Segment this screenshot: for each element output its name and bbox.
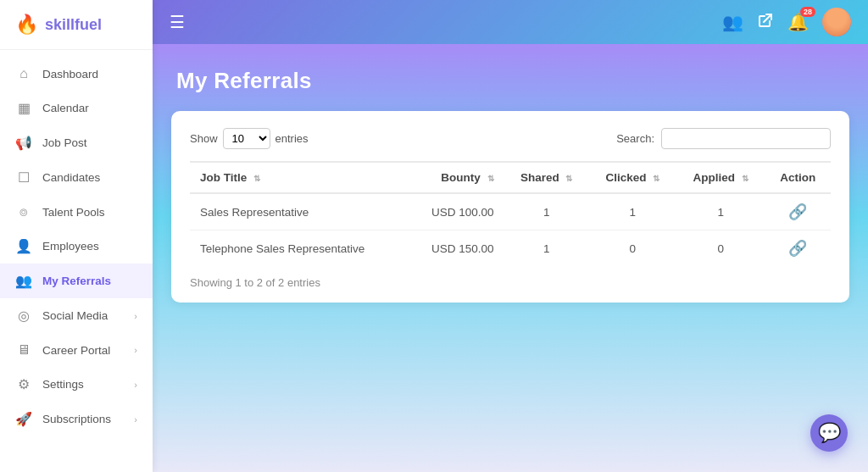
cell-clicked: 1 <box>589 193 676 230</box>
sidebar-item-label: Subscriptions <box>42 413 111 425</box>
sort-icon-job-title[interactable]: ⇅ <box>253 174 260 183</box>
table-header: Job Title ⇅ Bounty ⇅ Shared ⇅ Clicked <box>190 162 831 193</box>
entries-label: entries <box>275 132 309 145</box>
col-action: Action <box>765 162 831 193</box>
cell-job-title: Telephone Sales Representative <box>190 230 407 267</box>
notifications-icon[interactable]: 🔔 28 <box>787 12 809 32</box>
header: ☰ 👥 🔔 28 <box>153 0 868 44</box>
cell-clicked: 0 <box>589 230 676 267</box>
table-row: Telephone Sales RepresentativeUSD 150.00… <box>190 230 831 267</box>
col-clicked: Clicked ⇅ <box>589 162 676 193</box>
cell-shared: 1 <box>504 230 589 267</box>
chevron-icon: › <box>134 345 137 355</box>
chat-fab[interactable]: 💬 <box>810 414 848 452</box>
cell-action: 🔗 <box>765 230 831 267</box>
sidebar-item-my-referrals[interactable]: 👥My Referrals <box>0 264 153 298</box>
header-icons: 👥 🔔 28 <box>722 8 851 36</box>
employees-icon: 👤 <box>15 238 32 254</box>
sidebar-item-label: Employees <box>42 240 99 253</box>
cell-applied: 0 <box>676 230 765 267</box>
cell-applied: 1 <box>676 193 765 230</box>
cell-job-title: Sales Representative <box>190 193 407 230</box>
subscriptions-icon: 🚀 <box>15 411 32 427</box>
search-box: Search: <box>616 128 831 149</box>
sidebar-item-label: Calendar <box>42 102 89 114</box>
avatar[interactable] <box>822 8 851 36</box>
users-icon[interactable]: 👥 <box>722 12 743 32</box>
table-header-row: Job Title ⇅ Bounty ⇅ Shared ⇅ Clicked <box>190 162 831 193</box>
table-controls: Show 10 25 50 100 entries Search: <box>190 128 831 149</box>
sidebar-nav: ⌂Dashboard▦Calendar📢Job Post☐Candidates⌾… <box>0 50 153 472</box>
main-area: ☰ 👥 🔔 28 My Referrals <box>153 0 868 472</box>
cell-shared: 1 <box>504 193 589 230</box>
settings-icon: ⚙ <box>15 376 32 392</box>
table-footer: Showing 1 to 2 of 2 entries <box>190 276 831 289</box>
sort-icon-clicked[interactable]: ⇅ <box>653 174 659 183</box>
sort-icon-applied[interactable]: ⇅ <box>742 174 748 183</box>
sidebar-item-subscriptions[interactable]: 🚀Subscriptions› <box>0 402 153 436</box>
col-bounty: Bounty ⇅ <box>407 162 504 193</box>
logo: 🔥 skillfuel <box>0 0 153 50</box>
chevron-icon: › <box>134 414 137 425</box>
sidebar-item-label: Dashboard <box>42 68 98 81</box>
sidebar: 🔥 skillfuel ⌂Dashboard▦Calendar📢Job Post… <box>0 0 153 472</box>
job-post-icon: 📢 <box>15 135 32 151</box>
col-shared: Shared ⇅ <box>504 162 589 193</box>
career-portal-icon: 🖥 <box>15 342 32 358</box>
sidebar-item-label: My Referrals <box>42 275 111 287</box>
logo-text: skillfuel <box>45 16 102 34</box>
sidebar-item-job-post[interactable]: 📢Job Post <box>0 125 153 160</box>
referral-link-icon[interactable]: 🔗 <box>788 239 807 258</box>
sidebar-item-label: Talent Pools <box>42 206 105 219</box>
notification-badge: 28 <box>800 7 815 17</box>
page-title: My Referrals <box>176 68 844 94</box>
sidebar-item-label: Career Portal <box>42 344 110 357</box>
sidebar-item-label: Job Post <box>42 136 87 149</box>
candidates-icon: ☐ <box>15 169 32 186</box>
col-applied: Applied ⇅ <box>676 162 765 193</box>
my-referrals-icon: 👥 <box>15 273 32 289</box>
page-header: My Referrals <box>153 44 868 111</box>
sidebar-item-career-portal[interactable]: 🖥Career Portal› <box>0 333 153 367</box>
table-row: Sales RepresentativeUSD 100.00111🔗 <box>190 193 831 230</box>
sidebar-item-settings[interactable]: ⚙Settings› <box>0 367 153 402</box>
referral-link-icon[interactable]: 🔗 <box>788 203 807 221</box>
sort-icon-bounty[interactable]: ⇅ <box>487 174 494 183</box>
search-label: Search: <box>616 132 654 145</box>
search-input[interactable] <box>661 128 831 149</box>
sidebar-item-employees[interactable]: 👤Employees <box>0 229 153 264</box>
sidebar-item-social-media[interactable]: ◎Social Media› <box>0 298 153 333</box>
chevron-icon: › <box>134 380 137 390</box>
entries-select[interactable]: 10 25 50 100 <box>223 128 270 149</box>
cell-action: 🔗 <box>765 193 831 230</box>
social-media-icon: ◎ <box>15 308 32 324</box>
cell-bounty: USD 150.00 <box>407 230 504 267</box>
referrals-card: Show 10 25 50 100 entries Search: <box>171 111 849 303</box>
logo-flame-icon: 🔥 <box>15 14 38 36</box>
calendar-icon: ▦ <box>15 100 32 116</box>
sidebar-item-label: Settings <box>42 378 84 391</box>
sidebar-item-calendar[interactable]: ▦Calendar <box>0 91 153 125</box>
external-link-icon[interactable] <box>757 12 774 33</box>
sidebar-item-talent-pools[interactable]: ⌾Talent Pools <box>0 195 153 229</box>
content-area: My Referrals Show 10 25 50 100 entries S… <box>153 44 868 472</box>
avatar-image <box>822 8 851 36</box>
show-entries: Show 10 25 50 100 entries <box>190 128 309 149</box>
chevron-icon: › <box>134 311 137 321</box>
sort-icon-shared[interactable]: ⇅ <box>565 174 572 183</box>
referrals-table: Job Title ⇅ Bounty ⇅ Shared ⇅ Clicked <box>190 161 831 266</box>
talent-pools-icon: ⌾ <box>15 204 32 219</box>
sidebar-item-label: Candidates <box>42 171 100 184</box>
show-label: Show <box>190 132 218 145</box>
sidebar-item-candidates[interactable]: ☐Candidates <box>0 160 153 195</box>
dashboard-icon: ⌂ <box>15 66 32 81</box>
cell-bounty: USD 100.00 <box>407 193 504 230</box>
hamburger-icon[interactable]: ☰ <box>170 12 185 32</box>
sidebar-item-label: Social Media <box>42 309 108 322</box>
chat-icon: 💬 <box>818 422 841 444</box>
col-job-title: Job Title ⇅ <box>190 162 407 193</box>
table-body: Sales RepresentativeUSD 100.00111🔗Teleph… <box>190 193 831 266</box>
sidebar-item-dashboard[interactable]: ⌂Dashboard <box>0 57 153 91</box>
